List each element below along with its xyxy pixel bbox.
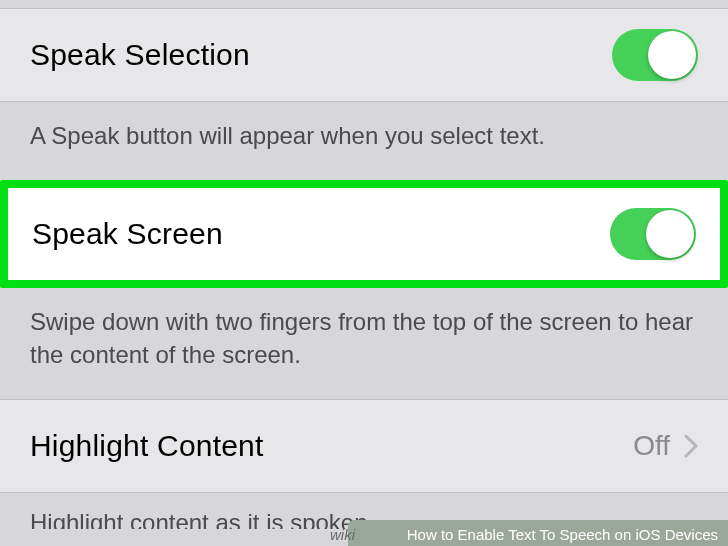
speak-screen-desc: Swipe down with two fingers from the top… [0,288,728,399]
speak-selection-desc: A Speak button will appear when you sele… [0,102,728,180]
speak-selection-label: Speak Selection [30,38,250,72]
toggle-knob [648,31,696,79]
caption-text: How to Enable Text To Speech on iOS Devi… [407,526,718,543]
chevron-right-icon [684,434,698,458]
top-spacer [0,0,728,8]
caption-bar: wiki How to Enable Text To Speech on iOS… [0,520,728,546]
speak-screen-label: Speak Screen [32,217,223,251]
toggle-knob [646,210,694,258]
speak-screen-toggle[interactable] [610,208,696,260]
highlight-content-label: Highlight Content [30,429,264,463]
row-speak-screen[interactable]: Speak Screen [0,180,728,288]
caption-brand: wiki [330,526,355,543]
highlight-content-value-cell: Off [633,430,698,462]
row-speak-selection[interactable]: Speak Selection [0,8,728,102]
highlight-content-value: Off [633,430,670,462]
row-highlight-content[interactable]: Highlight Content Off [0,399,728,493]
settings-list: Speak Selection A Speak button will appe… [0,0,728,529]
speak-selection-toggle[interactable] [612,29,698,81]
